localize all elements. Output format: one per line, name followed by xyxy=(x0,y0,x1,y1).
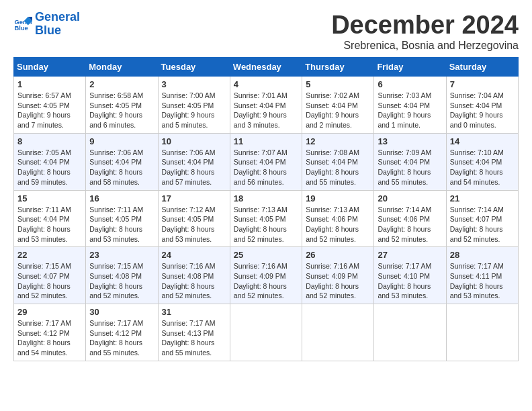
calendar-cell: 23Sunrise: 7:15 AMSunset: 4:08 PMDayligh… xyxy=(86,247,158,304)
title-area: December 2024 Srebrenica, Bosnia and Her… xyxy=(331,11,519,52)
calendar-week-row: 8Sunrise: 7:05 AMSunset: 4:04 PMDaylight… xyxy=(14,133,519,190)
calendar-cell: 7Sunrise: 7:04 AMSunset: 4:04 PMDaylight… xyxy=(446,77,518,134)
column-header-sunday: Sunday xyxy=(14,58,86,77)
calendar-cell: 4Sunrise: 7:01 AMSunset: 4:04 PMDaylight… xyxy=(230,77,302,134)
day-content: Sunrise: 7:11 AMSunset: 4:05 PMDaylight:… xyxy=(89,205,154,244)
day-content: Sunrise: 7:06 AMSunset: 4:04 PMDaylight:… xyxy=(162,148,226,187)
day-number: 12 xyxy=(306,136,370,146)
logo-line1: General xyxy=(35,10,80,24)
column-header-friday: Friday xyxy=(374,58,446,77)
day-number: 1 xyxy=(17,79,82,89)
calendar-table: SundayMondayTuesdayWednesdayThursdayFrid… xyxy=(13,57,519,361)
day-number: 5 xyxy=(306,79,370,89)
day-number: 6 xyxy=(378,79,442,89)
day-number: 2 xyxy=(89,79,154,89)
column-header-thursday: Thursday xyxy=(302,58,374,77)
day-number: 30 xyxy=(89,307,154,317)
calendar-cell: 20Sunrise: 7:14 AMSunset: 4:06 PMDayligh… xyxy=(374,190,446,247)
calendar-cell: 10Sunrise: 7:06 AMSunset: 4:04 PMDayligh… xyxy=(158,133,230,190)
day-number: 19 xyxy=(306,193,370,203)
day-number: 10 xyxy=(162,136,226,146)
day-content: Sunrise: 7:11 AMSunset: 4:04 PMDaylight:… xyxy=(17,205,82,244)
day-content: Sunrise: 7:17 AMSunset: 4:13 PMDaylight:… xyxy=(162,318,226,358)
calendar-subtitle: Srebrenica, Bosnia and Herzegovina xyxy=(331,40,519,52)
day-number: 29 xyxy=(17,307,82,317)
calendar-cell: 11Sunrise: 7:07 AMSunset: 4:04 PMDayligh… xyxy=(230,133,302,190)
calendar-cell: 21Sunrise: 7:14 AMSunset: 4:07 PMDayligh… xyxy=(446,190,518,247)
day-number: 21 xyxy=(450,193,515,203)
day-number: 14 xyxy=(450,136,515,146)
calendar-cell: 19Sunrise: 7:13 AMSunset: 4:06 PMDayligh… xyxy=(302,190,374,247)
day-number: 13 xyxy=(378,136,442,146)
day-number: 25 xyxy=(234,250,298,260)
calendar-cell: 1Sunrise: 6:57 AMSunset: 4:05 PMDaylight… xyxy=(14,77,86,134)
day-content: Sunrise: 7:14 AMSunset: 4:07 PMDaylight:… xyxy=(450,205,515,244)
calendar-cell: 2Sunrise: 6:58 AMSunset: 4:05 PMDaylight… xyxy=(86,77,158,134)
day-content: Sunrise: 7:08 AMSunset: 4:04 PMDaylight:… xyxy=(306,148,370,187)
day-number: 9 xyxy=(89,136,154,146)
calendar-cell: 17Sunrise: 7:12 AMSunset: 4:05 PMDayligh… xyxy=(158,190,230,247)
day-content: Sunrise: 7:15 AMSunset: 4:08 PMDaylight:… xyxy=(89,261,154,301)
day-content: Sunrise: 7:03 AMSunset: 4:04 PMDaylight:… xyxy=(378,91,442,130)
day-content: Sunrise: 7:04 AMSunset: 4:04 PMDaylight:… xyxy=(450,91,515,130)
calendar-cell: 3Sunrise: 7:00 AMSunset: 4:05 PMDaylight… xyxy=(158,77,230,134)
day-content: Sunrise: 7:09 AMSunset: 4:04 PMDaylight:… xyxy=(378,148,442,187)
calendar-cell xyxy=(374,304,446,361)
day-number: 8 xyxy=(17,136,82,146)
calendar-cell: 30Sunrise: 7:17 AMSunset: 4:12 PMDayligh… xyxy=(86,304,158,361)
day-number: 23 xyxy=(89,250,154,260)
day-number: 31 xyxy=(162,307,226,317)
day-number: 16 xyxy=(89,193,154,203)
calendar-cell: 31Sunrise: 7:17 AMSunset: 4:13 PMDayligh… xyxy=(158,304,230,361)
calendar-cell: 14Sunrise: 7:10 AMSunset: 4:04 PMDayligh… xyxy=(446,133,518,190)
column-header-wednesday: Wednesday xyxy=(230,58,302,77)
day-content: Sunrise: 7:17 AMSunset: 4:10 PMDaylight:… xyxy=(378,261,442,301)
day-number: 11 xyxy=(234,136,298,146)
logo-text: General Blue xyxy=(35,11,80,38)
calendar-week-row: 15Sunrise: 7:11 AMSunset: 4:04 PMDayligh… xyxy=(14,190,519,247)
calendar-cell: 27Sunrise: 7:17 AMSunset: 4:10 PMDayligh… xyxy=(374,247,446,304)
calendar-cell: 12Sunrise: 7:08 AMSunset: 4:04 PMDayligh… xyxy=(302,133,374,190)
day-content: Sunrise: 7:12 AMSunset: 4:05 PMDaylight:… xyxy=(162,205,226,244)
header: General Blue General Blue December 2024 … xyxy=(13,11,519,52)
calendar-cell: 16Sunrise: 7:11 AMSunset: 4:05 PMDayligh… xyxy=(86,190,158,247)
calendar-cell: 8Sunrise: 7:05 AMSunset: 4:04 PMDaylight… xyxy=(14,133,86,190)
calendar-header-row: SundayMondayTuesdayWednesdayThursdayFrid… xyxy=(14,58,519,77)
day-number: 18 xyxy=(234,193,298,203)
day-content: Sunrise: 7:17 AMSunset: 4:12 PMDaylight:… xyxy=(17,318,82,358)
day-content: Sunrise: 7:16 AMSunset: 4:09 PMDaylight:… xyxy=(306,261,370,301)
day-content: Sunrise: 7:14 AMSunset: 4:06 PMDaylight:… xyxy=(378,205,442,244)
day-content: Sunrise: 7:17 AMSunset: 4:12 PMDaylight:… xyxy=(89,318,154,358)
calendar-cell: 9Sunrise: 7:06 AMSunset: 4:04 PMDaylight… xyxy=(86,133,158,190)
calendar-cell: 28Sunrise: 7:17 AMSunset: 4:11 PMDayligh… xyxy=(446,247,518,304)
day-content: Sunrise: 7:05 AMSunset: 4:04 PMDaylight:… xyxy=(17,148,82,187)
calendar-cell xyxy=(446,304,518,361)
calendar-week-row: 29Sunrise: 7:17 AMSunset: 4:12 PMDayligh… xyxy=(14,304,519,361)
day-number: 28 xyxy=(450,250,515,260)
logo: General Blue General Blue xyxy=(13,11,80,38)
day-content: Sunrise: 6:58 AMSunset: 4:05 PMDaylight:… xyxy=(89,91,154,130)
day-number: 4 xyxy=(234,79,298,89)
calendar-cell xyxy=(302,304,374,361)
day-number: 3 xyxy=(162,79,226,89)
calendar-title: December 2024 xyxy=(331,11,519,40)
day-number: 26 xyxy=(306,250,370,260)
day-content: Sunrise: 7:16 AMSunset: 4:08 PMDaylight:… xyxy=(162,261,226,301)
calendar-cell xyxy=(230,304,302,361)
logo-line2: Blue xyxy=(35,24,61,37)
calendar-cell: 29Sunrise: 7:17 AMSunset: 4:12 PMDayligh… xyxy=(14,304,86,361)
logo-icon: General Blue xyxy=(13,15,32,34)
column-header-saturday: Saturday xyxy=(446,58,518,77)
day-content: Sunrise: 7:07 AMSunset: 4:04 PMDaylight:… xyxy=(234,148,298,187)
calendar-cell: 26Sunrise: 7:16 AMSunset: 4:09 PMDayligh… xyxy=(302,247,374,304)
day-content: Sunrise: 7:01 AMSunset: 4:04 PMDaylight:… xyxy=(234,91,298,130)
calendar-cell: 25Sunrise: 7:16 AMSunset: 4:09 PMDayligh… xyxy=(230,247,302,304)
column-header-tuesday: Tuesday xyxy=(158,58,230,77)
day-content: Sunrise: 7:17 AMSunset: 4:11 PMDaylight:… xyxy=(450,261,515,301)
day-number: 22 xyxy=(17,250,82,260)
svg-text:Blue: Blue xyxy=(15,25,28,32)
calendar-cell: 24Sunrise: 7:16 AMSunset: 4:08 PMDayligh… xyxy=(158,247,230,304)
day-content: Sunrise: 7:06 AMSunset: 4:04 PMDaylight:… xyxy=(89,148,154,187)
calendar-week-row: 1Sunrise: 6:57 AMSunset: 4:05 PMDaylight… xyxy=(14,77,519,134)
day-content: Sunrise: 6:57 AMSunset: 4:05 PMDaylight:… xyxy=(17,91,82,130)
